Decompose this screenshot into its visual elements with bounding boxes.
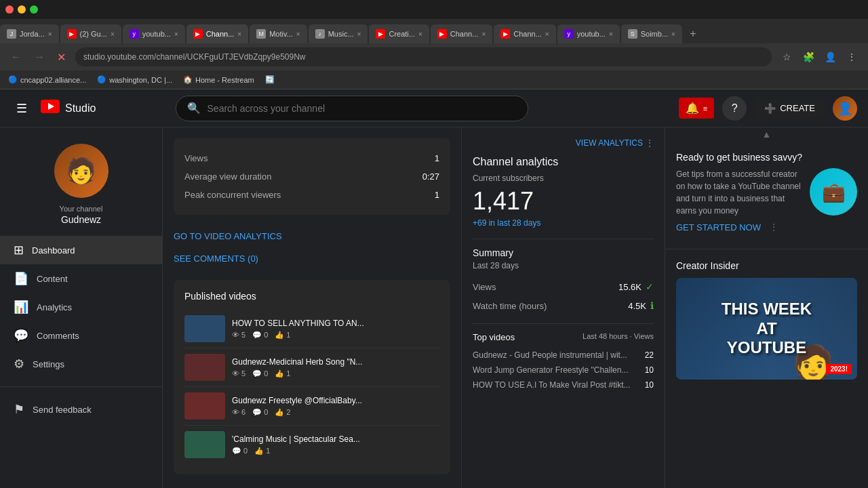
top-video-row: Word Jump Generator Freestyle "Challen..… — [473, 363, 654, 378]
dashboard-label: Dashboard — [32, 245, 75, 256]
browser-tab-active[interactable]: ▶ Chann... × — [186, 24, 248, 43]
tab-close[interactable]: × — [418, 30, 422, 38]
tab-close[interactable]: × — [48, 30, 52, 38]
video-stats: 👁 6 💬 0 👍 2 — [232, 408, 439, 417]
feedback-icon: ⚑ — [14, 402, 24, 417]
bookmark-item[interactable]: 🔵 cncapp02.alliance... — [8, 75, 86, 84]
forward-button[interactable]: → — [31, 48, 47, 66]
subscribers-change: +69 in last 28 days — [473, 218, 654, 228]
reload-button[interactable]: ✕ — [54, 48, 68, 66]
top-videos-title: Top videos — [473, 332, 515, 342]
bookmark-item[interactable]: 🏠 Home - Restream — [183, 75, 254, 84]
sidebar-item-feedback[interactable]: ⚑ Send feedback — [0, 395, 162, 424]
published-videos-title: Published videos — [184, 291, 439, 302]
close-dot[interactable] — [5, 5, 14, 14]
bookmark-reload[interactable]: 🔄 — [265, 75, 275, 84]
video-item: Gudnewz-Medicinal Herb Song "N... 👁 5 💬 … — [184, 348, 439, 387]
user-avatar[interactable]: 👤 — [833, 96, 857, 121]
browser-tab[interactable]: ▶ (2) Gu... × — [60, 24, 121, 43]
new-tab-button[interactable]: + — [684, 24, 703, 43]
create-button[interactable]: ➕ CREATE — [755, 99, 825, 118]
top-video-count: 22 — [645, 350, 654, 360]
view-analytics-button[interactable]: VIEW ANALYTICS ⋮ — [576, 138, 654, 148]
back-button[interactable]: ← — [8, 48, 24, 66]
logo-area: Studio — [41, 100, 96, 117]
scroll-up-area: ▲ — [665, 127, 868, 141]
summary-row-views: Views 15.6K ✓ — [473, 277, 654, 296]
sidebar-item-dashboard[interactable]: ⊞ Dashboard — [0, 236, 162, 264]
maximize-dot[interactable] — [30, 5, 38, 14]
video-info: Gudnewz Freestyle @OfficialBaby... 👁 6 💬… — [232, 396, 439, 417]
see-comments-button[interactable]: SEE COMMENTS (0) — [174, 251, 258, 266]
view-icon: 👁 — [232, 331, 239, 339]
thumb-text-line3: YOUTUBE — [722, 338, 812, 358]
tab-close[interactable]: × — [357, 30, 361, 38]
bookmark-item[interactable]: 🔵 washington, DC |... — [97, 75, 172, 84]
address-bar[interactable]: studio.youtube.com/channel/UCKFguUTJEVdb… — [75, 47, 772, 66]
tab-close[interactable]: × — [609, 30, 613, 38]
tab-close[interactable]: × — [174, 30, 178, 38]
bookmark-icon[interactable]: ☆ — [778, 49, 795, 65]
bookmarks-bar: 🔵 cncapp02.alliance... 🔵 washington, DC … — [0, 70, 868, 89]
view-analytics-label: VIEW ANALYTICS — [576, 138, 643, 148]
creator-insider-title: Creator Insider — [676, 260, 857, 271]
video-thumbnail — [184, 392, 225, 420]
bookmark-label: washington, DC |... — [109, 76, 172, 84]
browser-tab[interactable]: J Jorda... × — [0, 24, 59, 43]
extension-icon[interactable]: 🧩 — [800, 49, 816, 65]
like-count: 👍 2 — [275, 408, 290, 417]
browser-tab[interactable]: S Soimb... × — [621, 24, 682, 43]
video-item: Gudnewz Freestyle @OfficialBaby... 👁 6 💬… — [184, 387, 439, 426]
browser-tab[interactable]: M Motiv... × — [250, 24, 307, 43]
top-video-count: 10 — [645, 380, 654, 390]
minimize-dot[interactable] — [18, 5, 26, 14]
tab-close[interactable]: × — [671, 30, 675, 38]
main-content: Views 1 Average view duration 0:27 Peak … — [163, 127, 868, 488]
scroll-up-indicator: ▲ — [762, 129, 772, 140]
profile-icon[interactable]: 👤 — [822, 49, 838, 65]
tab-close[interactable]: × — [481, 30, 486, 38]
settings-icon: ⚙ — [14, 357, 24, 371]
sidebar-item-settings[interactable]: ⚙ Settings — [0, 350, 162, 378]
sidebar-item-content[interactable]: 📄 Content — [0, 264, 162, 293]
video-thumbnail — [184, 354, 225, 381]
search-input-container[interactable]: 🔍 — [176, 96, 528, 121]
tab-close[interactable]: × — [296, 30, 300, 38]
create-label: CREATE — [780, 103, 815, 113]
dashboard-icon: ⊞ — [14, 243, 24, 258]
creator-insider-thumbnail[interactable]: THIS WEEK AT YOUTUBE 🧑 2023! — [676, 278, 857, 380]
help-button[interactable]: ? — [722, 96, 747, 121]
more-options-icon[interactable]: ⋮ — [646, 138, 654, 148]
summary-title: Summary — [473, 247, 654, 258]
thumb-text-line2: AT — [722, 319, 812, 339]
sidebar-item-comments[interactable]: 💬 Comments — [0, 321, 162, 350]
tab-close[interactable]: × — [237, 30, 241, 38]
sidebar-item-analytics[interactable]: 📊 Analytics — [0, 293, 162, 321]
browser-tab[interactable]: ▶ Chann... × — [494, 24, 555, 43]
go-to-analytics-link[interactable]: GO TO VIDEO ANALYTICS — [174, 226, 282, 247]
browser-tab[interactable]: y youtub... × — [123, 24, 185, 43]
menu-icon[interactable]: ⋮ — [844, 49, 860, 65]
video-info: Gudnewz-Medicinal Herb Song "N... 👁 5 💬 … — [232, 357, 439, 378]
comment-count: 💬 0 — [252, 331, 268, 340]
stat-row-peak-viewers: Peak concurrent viewers 1 — [184, 186, 439, 204]
year-badge: 2023! — [826, 364, 852, 374]
subscribers-count: 1,417 — [473, 187, 654, 216]
tab-close[interactable]: × — [111, 30, 115, 38]
browser-tab[interactable]: ▶ Chann... × — [431, 24, 492, 43]
hamburger-menu[interactable]: ☰ — [11, 96, 33, 121]
avg-duration-value: 0:27 — [422, 171, 439, 182]
browser-tab[interactable]: ♪ Music... × — [309, 24, 368, 43]
search-input[interactable] — [208, 103, 517, 114]
avg-duration-label: Average view duration — [184, 171, 271, 182]
tab-close[interactable]: × — [545, 30, 549, 38]
browser-tab[interactable]: y youtub... × — [557, 24, 620, 43]
get-started-button[interactable]: GET STARTED NOW — [676, 217, 761, 238]
browser-tab[interactable]: ▶ Creati... × — [369, 24, 429, 43]
content-label: Content — [37, 274, 68, 284]
creator-insider-section: Creator Insider THIS WEEK AT YOUTUBE 🧑 2… — [665, 249, 868, 390]
like-count: 👍 1 — [254, 447, 270, 455]
browser-navbar: ← → ✕ studio.youtube.com/channel/UCKFguU… — [0, 43, 868, 70]
notification-bell-area[interactable]: 🔔 ≡ — [679, 98, 714, 119]
more-options-btn[interactable]: ⋮ — [769, 222, 778, 232]
